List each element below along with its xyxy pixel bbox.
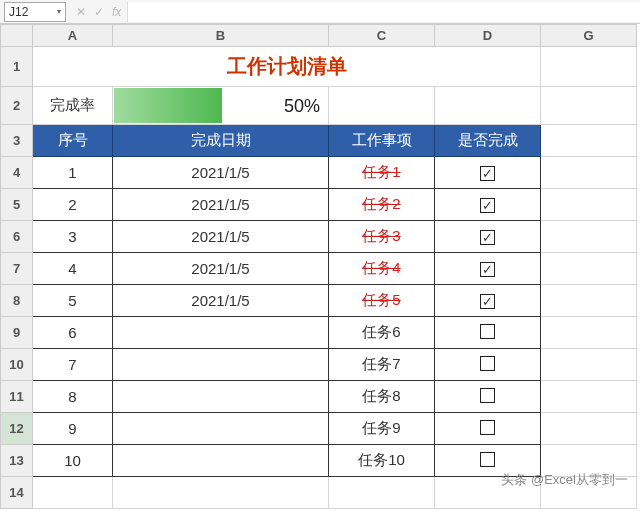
row-2: 2 完成率 50% [1, 87, 637, 125]
cell-done-3[interactable]: ✓ [435, 221, 541, 253]
cell-done-5[interactable]: ✓ [435, 285, 541, 317]
header-date[interactable]: 完成日期 [113, 125, 329, 157]
row-header-4[interactable]: 4 [1, 157, 33, 189]
cell-date-8[interactable] [113, 381, 329, 413]
checkbox-icon[interactable] [480, 452, 495, 467]
cell-seq-1[interactable]: 1 [33, 157, 113, 189]
cell-item-3[interactable]: 任务3 [329, 221, 435, 253]
col-header-C[interactable]: C [329, 25, 435, 47]
cell-G12[interactable] [541, 413, 637, 445]
row-header-11[interactable]: 11 [1, 381, 33, 413]
row-header-9[interactable]: 9 [1, 317, 33, 349]
row-header-5[interactable]: 5 [1, 189, 33, 221]
progress-label-cell[interactable]: 完成率 [33, 87, 113, 125]
cell-done-9[interactable] [435, 413, 541, 445]
row-header-1[interactable]: 1 [1, 47, 33, 87]
checkbox-icon[interactable]: ✓ [480, 166, 495, 181]
col-header-B[interactable]: B [113, 25, 329, 47]
cell-item-4[interactable]: 任务4 [329, 253, 435, 285]
spreadsheet[interactable]: A B C D G 1 工作计划清单 2 完成率 50% 3 序号 完成日期 工… [0, 24, 637, 509]
row-header-3[interactable]: 3 [1, 125, 33, 157]
cell-G3[interactable] [541, 125, 637, 157]
checkbox-icon[interactable] [480, 356, 495, 371]
cell-seq-7[interactable]: 7 [33, 349, 113, 381]
row-header-12[interactable]: 12 [1, 413, 33, 445]
row-header-7[interactable]: 7 [1, 253, 33, 285]
dropdown-icon[interactable]: ▾ [57, 7, 61, 16]
cell-date-10[interactable] [113, 445, 329, 477]
checkbox-icon[interactable]: ✓ [480, 262, 495, 277]
cell-date-3[interactable]: 2021/1/5 [113, 221, 329, 253]
row-header-14[interactable]: 14 [1, 477, 33, 509]
cell-B14[interactable] [113, 477, 329, 509]
cell-done-7[interactable] [435, 349, 541, 381]
cell-item-7[interactable]: 任务7 [329, 349, 435, 381]
cell-done-8[interactable] [435, 381, 541, 413]
fx-icon[interactable]: fx [112, 5, 121, 19]
cell-G5[interactable] [541, 189, 637, 221]
cell-G4[interactable] [541, 157, 637, 189]
cell-seq-6[interactable]: 6 [33, 317, 113, 349]
cell-G9[interactable] [541, 317, 637, 349]
cell-G1[interactable] [541, 47, 637, 87]
col-header-G[interactable]: G [541, 25, 637, 47]
cell-G11[interactable] [541, 381, 637, 413]
cell-G2[interactable] [541, 87, 637, 125]
cell-A14[interactable] [33, 477, 113, 509]
cell-C14[interactable] [329, 477, 435, 509]
cell-date-7[interactable] [113, 349, 329, 381]
cell-date-9[interactable] [113, 413, 329, 445]
cell-seq-3[interactable]: 3 [33, 221, 113, 253]
cell-seq-4[interactable]: 4 [33, 253, 113, 285]
cell-item-1[interactable]: 任务1 [329, 157, 435, 189]
cell-done-2[interactable]: ✓ [435, 189, 541, 221]
checkbox-icon[interactable] [480, 388, 495, 403]
cell-seq-10[interactable]: 10 [33, 445, 113, 477]
cell-date-2[interactable]: 2021/1/5 [113, 189, 329, 221]
header-seq[interactable]: 序号 [33, 125, 113, 157]
row-header-8[interactable]: 8 [1, 285, 33, 317]
cell-G7[interactable] [541, 253, 637, 285]
checkbox-icon[interactable]: ✓ [480, 294, 495, 309]
cell-done-1[interactable]: ✓ [435, 157, 541, 189]
cell-done-4[interactable]: ✓ [435, 253, 541, 285]
cell-item-6[interactable]: 任务6 [329, 317, 435, 349]
row-header-10[interactable]: 10 [1, 349, 33, 381]
cell-date-1[interactable]: 2021/1/5 [113, 157, 329, 189]
checkbox-icon[interactable]: ✓ [480, 198, 495, 213]
cell-seq-8[interactable]: 8 [33, 381, 113, 413]
checkbox-icon[interactable] [480, 324, 495, 339]
cell-date-6[interactable] [113, 317, 329, 349]
col-header-A[interactable]: A [33, 25, 113, 47]
progress-bar-cell[interactable]: 50% [113, 87, 329, 125]
cell-G8[interactable] [541, 285, 637, 317]
cell-seq-5[interactable]: 5 [33, 285, 113, 317]
cell-item-10[interactable]: 任务10 [329, 445, 435, 477]
cell-item-8[interactable]: 任务8 [329, 381, 435, 413]
row-header-6[interactable]: 6 [1, 221, 33, 253]
cell-seq-9[interactable]: 9 [33, 413, 113, 445]
cell-D2[interactable] [435, 87, 541, 125]
row-header-13[interactable]: 13 [1, 445, 33, 477]
checkbox-icon[interactable] [480, 420, 495, 435]
cell-G6[interactable] [541, 221, 637, 253]
cell-done-6[interactable] [435, 317, 541, 349]
header-done[interactable]: 是否完成 [435, 125, 541, 157]
col-header-D[interactable]: D [435, 25, 541, 47]
select-all-corner[interactable] [1, 25, 33, 47]
row-header-2[interactable]: 2 [1, 87, 33, 125]
cell-C2[interactable] [329, 87, 435, 125]
header-item[interactable]: 工作事项 [329, 125, 435, 157]
cell-date-4[interactable]: 2021/1/5 [113, 253, 329, 285]
cell-G10[interactable] [541, 349, 637, 381]
cell-item-5[interactable]: 任务5 [329, 285, 435, 317]
cell-seq-2[interactable]: 2 [33, 189, 113, 221]
cell-item-2[interactable]: 任务2 [329, 189, 435, 221]
cell-date-5[interactable]: 2021/1/5 [113, 285, 329, 317]
name-box[interactable]: J12 ▾ [4, 2, 66, 22]
checkbox-icon[interactable]: ✓ [480, 230, 495, 245]
row-9: 9 6 任务6 [1, 317, 637, 349]
title-cell[interactable]: 工作计划清单 [33, 47, 541, 87]
formula-input[interactable] [127, 2, 640, 22]
cell-item-9[interactable]: 任务9 [329, 413, 435, 445]
